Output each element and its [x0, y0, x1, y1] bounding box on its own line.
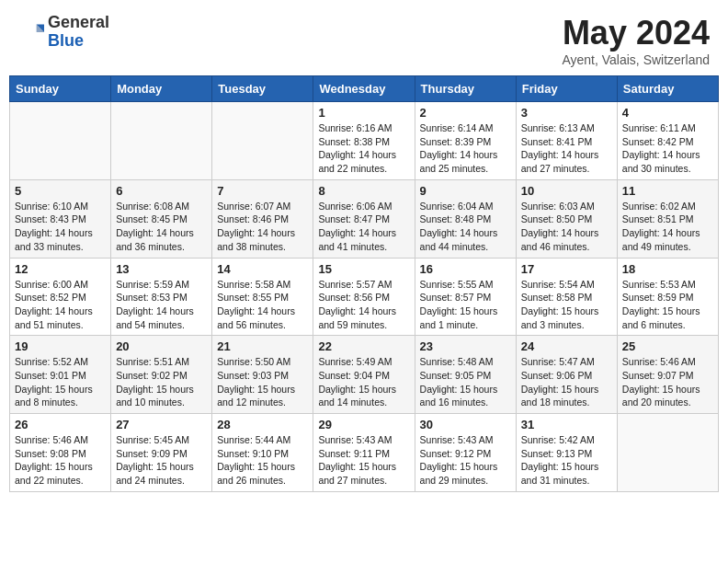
day-number: 5 — [15, 184, 106, 198]
day-number: 1 — [318, 106, 409, 120]
header-day-friday: Friday — [516, 76, 617, 102]
day-info: Sunrise: 5:46 AMSunset: 9:07 PMDaylight:… — [622, 355, 713, 409]
day-number: 27 — [116, 418, 207, 431]
day-info: Sunrise: 5:52 AMSunset: 9:01 PMDaylight:… — [15, 355, 106, 409]
day-info: Sunrise: 6:00 AMSunset: 8:52 PMDaylight:… — [15, 278, 106, 332]
calendar-cell: 14Sunrise: 5:58 AMSunset: 8:55 PMDayligh… — [212, 258, 313, 336]
month-title: May 2024 — [562, 14, 710, 52]
calendar-cell: 3Sunrise: 6:13 AMSunset: 8:41 PMDaylight… — [516, 102, 617, 180]
day-number: 23 — [420, 339, 511, 353]
calendar-cell: 24Sunrise: 5:47 AMSunset: 9:06 PMDayligh… — [516, 336, 617, 414]
day-number: 25 — [622, 339, 713, 353]
header-day-wednesday: Wednesday — [313, 76, 415, 102]
day-info: Sunrise: 5:43 AMSunset: 9:11 PMDaylight:… — [318, 433, 409, 488]
day-info: Sunrise: 5:54 AMSunset: 8:58 PMDaylight:… — [521, 278, 612, 332]
day-info: Sunrise: 5:48 AMSunset: 9:05 PMDaylight:… — [420, 355, 511, 409]
day-number: 16 — [420, 262, 511, 276]
calendar-cell: 2Sunrise: 6:14 AMSunset: 8:39 PMDaylight… — [415, 102, 516, 180]
calendar-week-1: 1Sunrise: 6:16 AMSunset: 8:38 PMDaylight… — [10, 102, 719, 180]
day-number: 4 — [622, 106, 713, 120]
calendar-cell: 25Sunrise: 5:46 AMSunset: 9:07 PMDayligh… — [617, 336, 718, 414]
calendar-week-5: 26Sunrise: 5:46 AMSunset: 9:08 PMDayligh… — [10, 414, 719, 492]
calendar-cell: 17Sunrise: 5:54 AMSunset: 8:58 PMDayligh… — [516, 258, 617, 336]
calendar-header: SundayMondayTuesdayWednesdayThursdayFrid… — [10, 76, 719, 102]
calendar-cell: 11Sunrise: 6:02 AMSunset: 8:51 PMDayligh… — [617, 179, 718, 258]
day-info: Sunrise: 6:03 AMSunset: 8:50 PMDaylight:… — [521, 200, 612, 254]
page-header: General Blue May 2024 Ayent, Valais, Swi… — [9, 9, 719, 72]
calendar-table: SundayMondayTuesdayWednesdayThursdayFrid… — [9, 75, 719, 492]
day-number: 31 — [521, 418, 612, 431]
header-day-saturday: Saturday — [617, 76, 718, 102]
calendar-cell: 12Sunrise: 6:00 AMSunset: 8:52 PMDayligh… — [10, 258, 111, 336]
calendar-cell: 20Sunrise: 5:51 AMSunset: 9:02 PMDayligh… — [111, 336, 212, 414]
day-number: 15 — [318, 262, 409, 276]
day-number: 29 — [318, 418, 409, 431]
day-info: Sunrise: 6:08 AMSunset: 8:45 PMDaylight:… — [116, 200, 207, 254]
calendar-cell: 31Sunrise: 5:42 AMSunset: 9:13 PMDayligh… — [516, 414, 617, 492]
calendar-week-4: 19Sunrise: 5:52 AMSunset: 9:01 PMDayligh… — [10, 336, 719, 414]
calendar-week-2: 5Sunrise: 6:10 AMSunset: 8:43 PMDaylight… — [10, 179, 719, 258]
location: Ayent, Valais, Switzerland — [562, 52, 710, 67]
calendar-cell — [10, 102, 111, 180]
calendar-week-3: 12Sunrise: 6:00 AMSunset: 8:52 PMDayligh… — [10, 258, 719, 336]
title-block: May 2024 Ayent, Valais, Switzerland — [562, 14, 710, 67]
calendar-cell — [617, 414, 718, 492]
logo-text: General Blue — [48, 14, 109, 51]
calendar-cell: 9Sunrise: 6:04 AMSunset: 8:48 PMDaylight… — [415, 179, 516, 258]
calendar-cell: 4Sunrise: 6:11 AMSunset: 8:42 PMDaylight… — [617, 102, 718, 180]
calendar-cell: 13Sunrise: 5:59 AMSunset: 8:53 PMDayligh… — [111, 258, 212, 336]
calendar-cell — [111, 102, 212, 180]
day-info: Sunrise: 6:04 AMSunset: 8:48 PMDaylight:… — [420, 200, 511, 254]
day-number: 20 — [116, 339, 207, 353]
calendar-cell: 16Sunrise: 5:55 AMSunset: 8:57 PMDayligh… — [415, 258, 516, 336]
day-info: Sunrise: 5:58 AMSunset: 8:55 PMDaylight:… — [217, 278, 308, 332]
day-number: 3 — [521, 106, 612, 120]
day-info: Sunrise: 6:14 AMSunset: 8:39 PMDaylight:… — [420, 121, 511, 176]
day-number: 8 — [318, 184, 409, 198]
day-number: 30 — [420, 418, 511, 431]
logo-blue: Blue — [48, 32, 109, 51]
day-info: Sunrise: 5:42 AMSunset: 9:13 PMDaylight:… — [521, 433, 612, 488]
calendar-body: 1Sunrise: 6:16 AMSunset: 8:38 PMDaylight… — [10, 102, 719, 492]
header-day-monday: Monday — [111, 76, 212, 102]
day-info: Sunrise: 5:49 AMSunset: 9:04 PMDaylight:… — [318, 355, 409, 409]
day-info: Sunrise: 5:44 AMSunset: 9:10 PMDaylight:… — [217, 433, 308, 488]
day-number: 6 — [116, 184, 207, 198]
day-number: 21 — [217, 339, 308, 353]
day-info: Sunrise: 5:57 AMSunset: 8:56 PMDaylight:… — [318, 278, 409, 332]
day-info: Sunrise: 5:45 AMSunset: 9:09 PMDaylight:… — [116, 433, 207, 488]
day-info: Sunrise: 6:06 AMSunset: 8:47 PMDaylight:… — [318, 200, 409, 254]
day-number: 10 — [521, 184, 612, 198]
day-info: Sunrise: 5:59 AMSunset: 8:53 PMDaylight:… — [116, 278, 207, 332]
calendar-cell: 15Sunrise: 5:57 AMSunset: 8:56 PMDayligh… — [313, 258, 415, 336]
header-day-thursday: Thursday — [415, 76, 516, 102]
day-number: 14 — [217, 262, 308, 276]
day-info: Sunrise: 6:07 AMSunset: 8:46 PMDaylight:… — [217, 200, 308, 254]
day-number: 7 — [217, 184, 308, 198]
day-info: Sunrise: 6:16 AMSunset: 8:38 PMDaylight:… — [318, 121, 409, 176]
calendar-cell: 30Sunrise: 5:43 AMSunset: 9:12 PMDayligh… — [415, 414, 516, 492]
day-number: 11 — [622, 184, 713, 198]
day-info: Sunrise: 5:50 AMSunset: 9:03 PMDaylight:… — [217, 355, 308, 409]
day-info: Sunrise: 6:11 AMSunset: 8:42 PMDaylight:… — [622, 121, 713, 176]
day-info: Sunrise: 5:51 AMSunset: 9:02 PMDaylight:… — [116, 355, 207, 409]
day-info: Sunrise: 5:53 AMSunset: 8:59 PMDaylight:… — [622, 278, 713, 332]
calendar-cell: 6Sunrise: 6:08 AMSunset: 8:45 PMDaylight… — [111, 179, 212, 258]
day-info: Sunrise: 6:02 AMSunset: 8:51 PMDaylight:… — [622, 200, 713, 254]
day-number: 13 — [116, 262, 207, 276]
day-number: 28 — [217, 418, 308, 431]
day-number: 26 — [15, 418, 106, 431]
calendar-cell: 8Sunrise: 6:06 AMSunset: 8:47 PMDaylight… — [313, 179, 415, 258]
day-number: 18 — [622, 262, 713, 276]
calendar-cell: 28Sunrise: 5:44 AMSunset: 9:10 PMDayligh… — [212, 414, 313, 492]
calendar-cell: 26Sunrise: 5:46 AMSunset: 9:08 PMDayligh… — [10, 414, 111, 492]
day-number: 9 — [420, 184, 511, 198]
calendar-cell: 21Sunrise: 5:50 AMSunset: 9:03 PMDayligh… — [212, 336, 313, 414]
day-info: Sunrise: 5:43 AMSunset: 9:12 PMDaylight:… — [420, 433, 511, 488]
calendar-cell: 7Sunrise: 6:07 AMSunset: 8:46 PMDaylight… — [212, 179, 313, 258]
calendar-cell: 18Sunrise: 5:53 AMSunset: 8:59 PMDayligh… — [617, 258, 718, 336]
day-number: 19 — [15, 339, 106, 353]
calendar-cell: 22Sunrise: 5:49 AMSunset: 9:04 PMDayligh… — [313, 336, 415, 414]
calendar-cell: 10Sunrise: 6:03 AMSunset: 8:50 PMDayligh… — [516, 179, 617, 258]
day-info: Sunrise: 5:47 AMSunset: 9:06 PMDaylight:… — [521, 355, 612, 409]
